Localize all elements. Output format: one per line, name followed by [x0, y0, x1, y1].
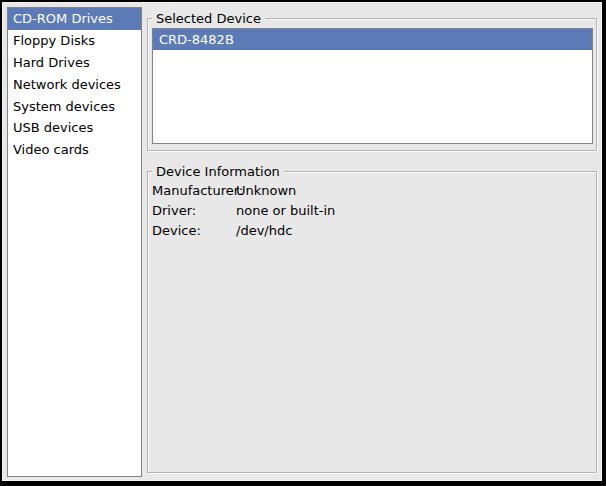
- device-label: Device:: [152, 223, 236, 238]
- driver-value: none or built-in: [236, 203, 592, 218]
- selected-device-list: CRD-8482B: [152, 28, 593, 144]
- sidebar-item-floppy-disks[interactable]: Floppy Disks: [8, 30, 141, 52]
- device-value: /dev/hdc: [236, 223, 592, 238]
- manufacturer-value: Unknown: [236, 183, 592, 198]
- sidebar-item-hard-drives[interactable]: Hard Drives: [8, 52, 141, 74]
- hardware-browser-window: CD-ROM Drives Floppy Disks Hard Drives N…: [0, 0, 606, 486]
- sidebar-item-network-devices[interactable]: Network devices: [8, 73, 141, 95]
- info-row-driver: Driver: none or built-in: [152, 200, 592, 220]
- driver-label: Driver:: [152, 203, 236, 218]
- sidebar-item-usb-devices[interactable]: USB devices: [8, 117, 141, 139]
- device-information-rows: Manufacturer: Unknown Driver: none or bu…: [152, 180, 592, 240]
- device-row-crd-8482b[interactable]: CRD-8482B: [153, 29, 592, 50]
- selected-device-group-title: Selected Device: [152, 10, 265, 27]
- info-row-manufacturer: Manufacturer: Unknown: [152, 180, 592, 200]
- info-row-device: Device: /dev/hdc: [152, 220, 592, 240]
- device-information-group-title: Device Information: [152, 163, 284, 180]
- sidebar-item-cdrom-drives[interactable]: CD-ROM Drives: [8, 8, 141, 30]
- device-information-group: Device Information Manufacturer: Unknown…: [147, 171, 597, 473]
- sidebar-item-system-devices[interactable]: System devices: [8, 95, 141, 117]
- selected-device-group: Selected Device CRD-8482B: [147, 18, 597, 151]
- manufacturer-label: Manufacturer:: [152, 183, 236, 198]
- device-category-list: CD-ROM Drives Floppy Disks Hard Drives N…: [7, 7, 142, 477]
- sidebar-item-video-cards[interactable]: Video cards: [8, 139, 141, 161]
